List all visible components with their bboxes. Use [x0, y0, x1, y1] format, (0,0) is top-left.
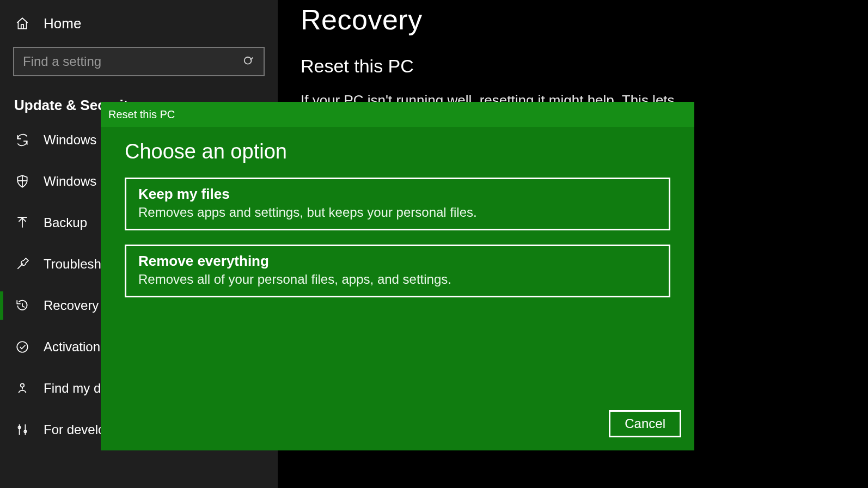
sidebar-item-label: Backup: [44, 215, 87, 230]
shield-icon: [15, 174, 29, 188]
svg-point-8: [21, 383, 25, 387]
find-device-icon: [15, 381, 29, 395]
dialog-heading: Choose an option: [125, 140, 670, 163]
option-desc: Removes all of your personal files, apps…: [138, 272, 657, 287]
sidebar-home[interactable]: Home: [0, 8, 278, 39]
dialog-footer: Cancel: [101, 410, 694, 450]
wrench-icon: [15, 257, 29, 271]
history-icon: [15, 298, 29, 313]
home-icon: [15, 16, 29, 30]
sync-icon: [15, 133, 29, 147]
option-title: Remove everything: [138, 253, 657, 270]
sidebar-item-label: Activation: [44, 339, 100, 355]
svg-point-0: [244, 57, 252, 64]
svg-line-6: [22, 306, 25, 307]
sidebar-home-label: Home: [44, 15, 81, 32]
backup-icon: [15, 216, 29, 230]
option-keep-my-files[interactable]: Keep my files Removes apps and settings,…: [125, 178, 670, 230]
dialog-titlebar-text: Reset this PC: [108, 108, 175, 121]
search-box[interactable]: [13, 47, 265, 76]
reset-pc-dialog: Reset this PC Choose an option Keep my f…: [101, 102, 694, 450]
option-title: Keep my files: [138, 186, 657, 203]
section-title: Reset this PC: [301, 56, 846, 77]
developer-icon: [15, 423, 29, 437]
check-circle-icon: [15, 340, 29, 354]
dialog-body: Choose an option Keep my files Removes a…: [101, 127, 694, 410]
page-title: Recovery: [301, 3, 846, 36]
option-desc: Removes apps and settings, but keeps you…: [138, 205, 657, 220]
dialog-titlebar[interactable]: Reset this PC: [101, 102, 694, 127]
search-container: [0, 39, 278, 82]
option-remove-everything[interactable]: Remove everything Removes all of your pe…: [125, 245, 670, 297]
svg-line-4: [17, 264, 23, 269]
search-input[interactable]: [23, 54, 243, 69]
svg-point-7: [17, 341, 28, 352]
search-icon: [243, 56, 255, 68]
sidebar-item-label: Recovery: [44, 298, 99, 313]
cancel-button[interactable]: Cancel: [609, 410, 681, 437]
